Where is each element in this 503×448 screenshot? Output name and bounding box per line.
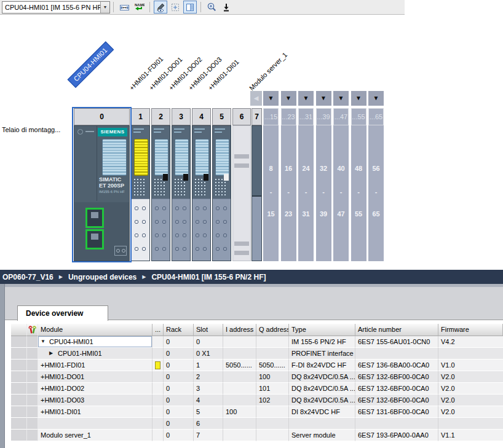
type-value: DQ 8x24VDC/0.5A ... [289, 371, 355, 383]
ethernet-port-2[interactable] [85, 229, 104, 250]
article-number-value [355, 418, 438, 430]
edit-pen-icon[interactable] [154, 1, 167, 14]
collapse-left-icon[interactable]: ◀ [250, 91, 262, 106]
firmware-value: V2.0 [438, 406, 503, 418]
extension-slot-column[interactable]: ▼ ...39 32 - 39 [316, 91, 331, 261]
table-row[interactable]: +HMI01-DO02 0 3 101 DQ 8x24VDC/0.5A ... … [11, 383, 503, 395]
table-row[interactable]: Modulo server_1 0 7 Server module 6ES7 1… [11, 430, 503, 441]
breadcrumb-device[interactable]: CPU04-HMI01 [IM 155-6 PN/2 HF] [151, 273, 266, 281]
q-address-value [256, 418, 289, 430]
i-address-value [223, 395, 256, 406]
module-slot-7-server[interactable] [252, 125, 262, 261]
q-address-value [256, 430, 289, 441]
export-view-icon[interactable] [220, 1, 233, 14]
extension-slot-column[interactable]: ▼ ...47 40 - 47 [333, 91, 349, 261]
tree-expand-icon[interactable]: ▶ [49, 348, 58, 359]
row-header[interactable] [11, 383, 27, 395]
rack-value: 0 [164, 360, 194, 371]
slot-header[interactable]: 0 [74, 108, 130, 125]
table-row[interactable]: +HMI01-DO03 0 4 102 DQ 8x24VDC/0.5A ... … [11, 395, 503, 406]
led-indicators [215, 178, 227, 197]
row-header[interactable] [11, 418, 27, 430]
module-slot-1[interactable] [131, 125, 150, 261]
type-value [289, 418, 355, 430]
column-header-i-address[interactable]: I address [223, 324, 256, 336]
module-name: +HMI01-DO03 [41, 395, 84, 406]
module-name: +HMI01-DO02 [41, 383, 84, 394]
row-header[interactable] [11, 430, 27, 441]
slot-header[interactable]: 1 [131, 108, 150, 125]
module-slot-4[interactable] [192, 125, 211, 261]
module-label[interactable]: Modulo server_1 [247, 50, 289, 92]
rack-value: 0 [164, 430, 194, 441]
module-name: CPU04-HMI01 [49, 336, 93, 347]
module-slot-3[interactable] [172, 125, 191, 261]
breadcrumb-ungrouped-devices[interactable]: Ungrouped devices [68, 273, 137, 281]
extension-slot-column[interactable]: ▼ ...31 24 - 31 [298, 91, 314, 261]
column-header-slot[interactable]: Slot [194, 324, 223, 336]
name-editor-icon[interactable]: NAME [132, 1, 146, 14]
module-name: +HMI01-DO01 [41, 371, 84, 382]
module-slot-6-empty[interactable] [232, 125, 251, 261]
row-header[interactable] [11, 336, 27, 348]
extension-slot-column[interactable]: ▼ ...55 48 - 55 [351, 91, 366, 261]
extension-slot-column[interactable]: ▼ ...23 16 - 23 [281, 91, 296, 261]
extension-slot-column[interactable]: ▼ ...15 8 - 15 [263, 91, 279, 261]
column-header-q-address[interactable]: Q address [256, 324, 289, 336]
table-row[interactable]: +HMI01-DO01 0 2 100 DQ 8x24VDC/0.5A ... … [11, 371, 503, 383]
slot-header[interactable]: 2 [151, 108, 170, 125]
slot-header[interactable]: 5 [212, 108, 231, 125]
slot-dropdown-icon[interactable]: ▼ [368, 91, 384, 106]
slot-dropdown-icon[interactable]: ▼ [351, 91, 366, 106]
io-addresses-icon[interactable] [117, 1, 131, 14]
table-row[interactable]: 0 6 [11, 418, 503, 430]
slot-dropdown-icon[interactable]: ▼ [316, 91, 331, 106]
slot-dropdown-icon[interactable]: ▼ [333, 91, 349, 106]
slot-dropdown-icon[interactable]: ▼ [281, 91, 296, 106]
column-header-type[interactable]: Type [289, 324, 355, 336]
slot-dropdown-icon[interactable]: ▼ [298, 91, 314, 106]
module-print-label: SIMATIC ET 200SP IM155-6 PN HF [99, 176, 125, 195]
slot-header[interactable]: 6 [232, 108, 251, 125]
slot-value: 2 [194, 371, 223, 383]
row-header[interactable] [11, 360, 27, 371]
row-header[interactable] [11, 406, 27, 418]
splitter-handle[interactable] [0, 284, 5, 448]
column-header-article-number[interactable]: Article number [355, 324, 438, 336]
chevron-down-icon[interactable]: ▼ [100, 2, 109, 13]
led-indicators [133, 178, 146, 197]
table-row[interactable]: +HMI01-DI01 0 5 100 DI 8x24VDC HF 6ES7 1… [11, 406, 503, 418]
module-label-selected[interactable]: CPU04-HMI01 [68, 42, 114, 88]
extension-slot-column[interactable]: ▼ ...65 56 - 65 [368, 91, 384, 261]
module-slot-5[interactable] [212, 125, 231, 261]
zoom-in-icon[interactable] [205, 1, 218, 14]
breadcrumb-project[interactable]: OP060-77_V16 [2, 273, 53, 281]
overview-panel-icon[interactable] [183, 1, 197, 14]
slot-value: 1 [194, 360, 223, 371]
type-value: Server module [289, 430, 355, 441]
column-header-module[interactable]: Module [38, 324, 152, 336]
tree-expand-icon[interactable]: ▼ [41, 336, 49, 347]
slot-header[interactable]: 7 [252, 108, 262, 125]
type-value: DQ 8x24VDC/0.5A ... [289, 383, 355, 395]
table-row[interactable]: ▶ CPU01-HMI01 0 0 X1 PROFINET interface [11, 348, 503, 360]
column-header-firmware[interactable]: Firmware [438, 324, 503, 336]
device-selector[interactable]: CPU04-HMI01 [IM 155-6 PN HF ▼ [2, 1, 110, 14]
column-header-rack[interactable]: Rack [164, 324, 194, 336]
snap-grid-icon[interactable] [168, 1, 182, 14]
q-address-value: 5050...... [256, 360, 289, 371]
module-slot-0-interface[interactable]: SIEMENS SIMATIC ET 200SP IM155-6 PN HF [74, 125, 130, 261]
row-header[interactable] [11, 348, 27, 360]
terminal-holes [152, 198, 170, 261]
tab-device-overview[interactable]: Device overview [17, 305, 108, 321]
row-header[interactable] [11, 371, 27, 383]
slot-dropdown-icon[interactable]: ▼ [263, 91, 279, 106]
module-slot-2[interactable] [151, 125, 170, 261]
table-row[interactable]: +HMI01-FDI01 0 1 5050...... 5050...... F… [11, 360, 503, 371]
column-header-dots[interactable]: ... [152, 324, 164, 336]
ethernet-port-1[interactable] [85, 208, 104, 228]
table-row[interactable]: ▼ CPU04-HMI01 0 0 IM 155-6 PN/2 HF 6ES7 … [11, 336, 503, 348]
slot-header[interactable]: 3 [172, 108, 191, 125]
row-header[interactable] [11, 395, 27, 406]
slot-header[interactable]: 4 [192, 108, 211, 125]
